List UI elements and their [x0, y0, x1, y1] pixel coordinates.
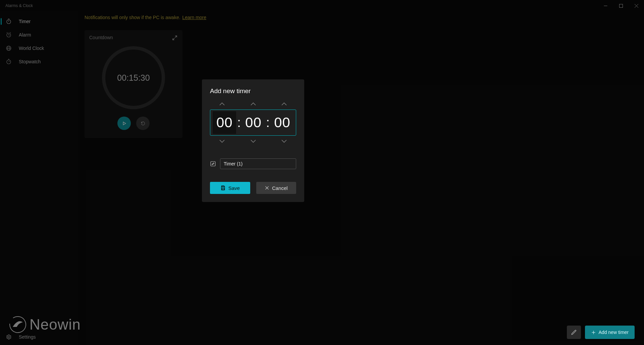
edit-icon	[210, 161, 216, 167]
svg-rect-23	[211, 161, 215, 166]
cancel-label: Cancel	[272, 185, 288, 191]
seconds-up-button[interactable]	[275, 101, 293, 108]
minutes-up-button[interactable]	[245, 101, 262, 108]
edit-timers-button[interactable]	[567, 326, 581, 339]
neowin-logo-icon	[9, 316, 26, 333]
minutes-down-button[interactable]	[245, 138, 262, 144]
seconds-down-button[interactable]	[275, 138, 293, 144]
watermark: Neowin	[9, 316, 81, 333]
bottom-actions: Add new timer	[567, 326, 635, 339]
cancel-button[interactable]: Cancel	[256, 182, 297, 194]
minutes-field[interactable]: 00	[241, 115, 265, 131]
add-timer-dialog: Add new timer 00 : 00 : 00 Save Cancel	[202, 79, 304, 202]
separator: :	[266, 116, 270, 130]
dialog-backdrop	[0, 0, 644, 345]
time-input[interactable]: 00 : 00 : 00	[210, 110, 296, 136]
svg-rect-24	[222, 186, 224, 187]
seconds-field[interactable]: 00	[271, 115, 294, 131]
add-new-timer-label: Add new timer	[599, 330, 629, 335]
save-button[interactable]: Save	[210, 182, 250, 194]
add-new-timer-button[interactable]: Add new timer	[585, 326, 635, 339]
dialog-title: Add new timer	[210, 87, 296, 95]
hours-up-button[interactable]	[213, 101, 231, 108]
hours-field[interactable]: 00	[213, 111, 236, 134]
watermark-text: Neowin	[30, 316, 81, 333]
svg-rect-25	[222, 188, 224, 190]
save-label: Save	[228, 185, 240, 191]
separator: :	[237, 116, 241, 130]
timer-name-input[interactable]	[220, 158, 296, 169]
hours-down-button[interactable]	[213, 138, 231, 144]
